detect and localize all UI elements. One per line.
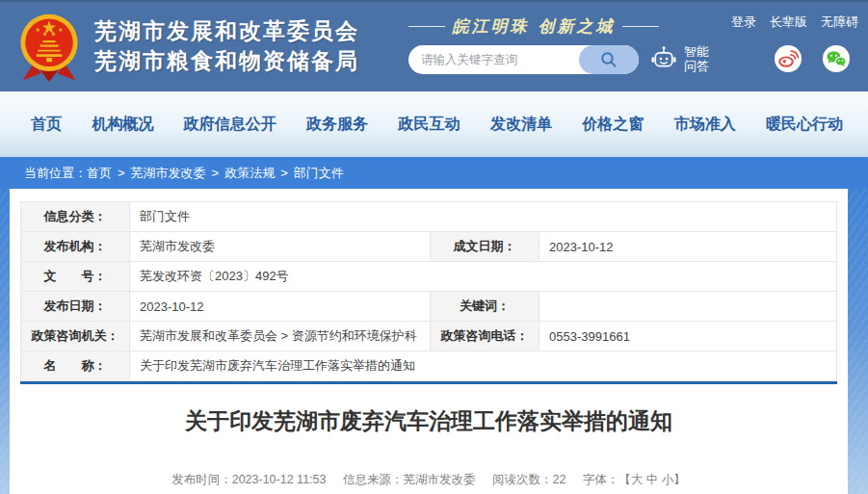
font-size-large[interactable]: 大 <box>631 473 644 486</box>
issuing-agency-value: 芜湖市发改委 <box>130 232 431 262</box>
font-bracket-open: 【 <box>618 473 631 486</box>
breadcrumb-separator: > <box>280 166 288 180</box>
page-background: 信息分类： 部门文件 发布机构： 芜湖市发改委 成文日期： 2023-10-12… <box>0 189 868 494</box>
search-icon <box>599 50 618 69</box>
breadcrumb-separator: > <box>212 166 220 180</box>
publish-date-value: 2023-10-12 <box>130 292 431 322</box>
breadcrumb: 当前位置： 首页 > 芜湖市发改委 > 政策法规 > 部门文件 <box>0 157 868 189</box>
source-label: 信息来源： <box>343 473 404 486</box>
policy-consult-phone-label: 政策咨询电话： <box>431 322 539 351</box>
top-links: 登录 长辈版 无障碍 <box>731 13 858 31</box>
publish-date-label: 发布日期： <box>21 292 130 322</box>
accessibility-link[interactable]: 无障碍 <box>821 13 858 31</box>
table-row: 政策咨询机关： 芜湖市发展和改革委员会 > 资源节约和环境保护科 政策咨询电话：… <box>21 322 837 351</box>
nav-item-org-overview[interactable]: 机构概况 <box>92 115 153 135</box>
policy-consult-phone-value: 0553-3991661 <box>539 322 837 351</box>
nav-item-ndrc-list[interactable]: 发改清单 <box>490 115 552 135</box>
publish-time-value: 2023-10-12 11:53 <box>232 473 327 486</box>
slogan: 皖江明珠 创新之城 <box>408 15 659 38</box>
doc-number-label: 文 号： <box>21 262 130 292</box>
nav-item-warm-heart-actions[interactable]: 暖民心行动 <box>766 115 843 135</box>
smart-qa-label: 智能 问答 <box>684 44 709 73</box>
page-title: 关于印发芜湖市废弃汽车治理工作落实举措的通知 <box>20 408 837 433</box>
doc-number-value: 芜发改环资〔2023〕492号 <box>130 262 837 292</box>
table-bottom-rule <box>20 381 837 384</box>
policy-consult-agency-value: 芜湖市发展和改革委员会 > 资源节约和环境保护科 <box>130 322 431 351</box>
written-date-label: 成文日期： <box>431 232 539 262</box>
slogan-line-right <box>622 26 659 27</box>
document-info-table: 信息分类： 部门文件 发布机构： 芜湖市发改委 成文日期： 2023-10-12… <box>20 201 837 381</box>
weibo-icon <box>775 45 802 72</box>
nav-item-home[interactable]: 首页 <box>31 115 62 135</box>
site-header: 芜湖市发展和改革委员会 芜湖市粮食和物资储备局 皖江明珠 创新之城 登录 长辈版… <box>0 0 868 91</box>
national-emblem-icon <box>13 8 85 85</box>
nav-item-price-window[interactable]: 价格之窗 <box>582 115 644 135</box>
weibo-button[interactable] <box>775 45 802 72</box>
main-nav: 首页 机构概况 政府信息公开 政务服务 政民互动 发改清单 价格之窗 市场准入 … <box>0 91 868 157</box>
source-value: 芜湖市发改委 <box>403 473 475 486</box>
breadcrumb-wuhu-ndrc[interactable]: 芜湖市发改委 <box>131 165 206 182</box>
nav-item-info-disclosure[interactable]: 政府信息公开 <box>184 115 276 135</box>
breadcrumb-home[interactable]: 首页 <box>87 165 112 182</box>
breadcrumb-policies[interactable]: 政策法规 <box>224 165 275 182</box>
table-row: 信息分类： 部门文件 <box>21 202 837 232</box>
views-label: 阅读次数： <box>492 473 553 486</box>
font-size-label: 字体： <box>583 473 619 486</box>
font-bracket-close: 】 <box>673 473 686 486</box>
keywords-label: 关键词： <box>431 292 539 322</box>
table-row: 发布机构： 芜湖市发改委 成文日期： 2023-10-12 <box>21 232 837 262</box>
written-date-value: 2023-10-12 <box>539 232 837 262</box>
site-title-line1: 芜湖市发展和改革委员会 <box>94 16 359 46</box>
font-size-medium[interactable]: 中 <box>646 473 659 486</box>
breadcrumb-separator: > <box>118 166 125 180</box>
doc-name-value: 关于印发芜湖市废弃汽车治理工作落实举措的通知 <box>130 351 837 381</box>
search-bar <box>408 45 639 74</box>
search-input[interactable] <box>408 45 579 74</box>
site-brand: 芜湖市发展和改革委员会 芜湖市粮食和物资储备局 <box>13 8 359 85</box>
breadcrumb-dept-documents[interactable]: 部门文件 <box>294 165 344 182</box>
info-category-label: 信息分类： <box>21 202 130 232</box>
doc-name-label: 名 称： <box>21 351 130 381</box>
views-value: 22 <box>552 473 566 486</box>
article-meta: 发布时间：2023-10-12 11:53 信息来源：芜湖市发改委 阅读次数：2… <box>20 472 837 488</box>
elder-version-link[interactable]: 长辈版 <box>770 13 807 31</box>
nav-item-market-access[interactable]: 市场准入 <box>674 115 736 135</box>
policy-consult-agency-label: 政策咨询机关： <box>21 322 130 351</box>
site-title-line2: 芜湖市粮食和物资储备局 <box>94 46 359 76</box>
slogan-line-left <box>408 26 445 27</box>
font-size-small[interactable]: 小 <box>662 473 674 486</box>
robot-icon <box>649 44 678 73</box>
search-button[interactable] <box>579 45 639 74</box>
nav-item-public-interaction[interactable]: 政民互动 <box>399 115 460 135</box>
wechat-button[interactable] <box>823 45 850 72</box>
wechat-icon <box>823 45 850 72</box>
smart-qa-button[interactable]: 智能 问答 <box>649 44 709 73</box>
publish-time-label: 发布时间： <box>171 473 232 486</box>
table-row: 名 称： 关于印发芜湖市废弃汽车治理工作落实举措的通知 <box>21 351 837 381</box>
nav-item-gov-services[interactable]: 政务服务 <box>306 115 368 135</box>
keywords-value <box>539 292 837 322</box>
breadcrumb-label: 当前位置： <box>24 165 87 182</box>
login-link[interactable]: 登录 <box>731 13 756 31</box>
slogan-text: 皖江明珠 创新之城 <box>453 15 616 38</box>
table-row: 文 号： 芜发改环资〔2023〕492号 <box>21 262 837 292</box>
table-row: 发布日期： 2023-10-12 关键词： <box>21 292 837 322</box>
document-panel: 信息分类： 部门文件 发布机构： 芜湖市发改委 成文日期： 2023-10-12… <box>10 189 848 494</box>
issuing-agency-label: 发布机构： <box>21 232 130 262</box>
info-category-value: 部门文件 <box>130 202 837 232</box>
